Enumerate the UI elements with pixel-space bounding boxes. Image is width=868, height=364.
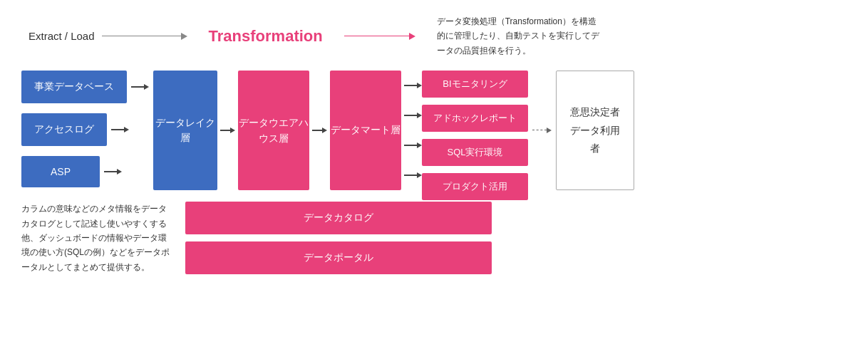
dashed-arrow-head bbox=[547, 128, 552, 133]
output-arrow-line-3 bbox=[404, 145, 417, 146]
output-box-3: SQL実行環境 bbox=[422, 139, 528, 166]
transformation-arrow-head bbox=[409, 33, 415, 40]
source-arrow-head-1 bbox=[144, 84, 149, 90]
output-arrow-head-3 bbox=[417, 142, 422, 148]
transformation-description: データ変換処理（Transformation）を構造的に管理したり、自動テストを… bbox=[437, 14, 601, 58]
source-arrow-line-1 bbox=[131, 86, 144, 88]
dashed-arrow bbox=[532, 128, 552, 133]
extract-arrow-line bbox=[102, 36, 181, 37]
output-arrow-4 bbox=[404, 172, 422, 178]
source-row-1: 事業データベース bbox=[21, 71, 153, 103]
output-arrow-head-4 bbox=[417, 172, 422, 178]
output-arrow-1 bbox=[404, 83, 422, 88]
source-arrow-3 bbox=[104, 169, 122, 175]
diagram: Extract / Load Transformation データ変換処理（Tr… bbox=[0, 0, 868, 364]
source-arrow-head-3 bbox=[117, 169, 122, 175]
output-arrow-line-1 bbox=[404, 85, 417, 86]
output-box-1: BIモニタリング bbox=[422, 71, 528, 98]
source-row-2: アクセスログ bbox=[21, 113, 153, 146]
source-arrow-head-2 bbox=[124, 127, 129, 132]
output-arrows-col bbox=[404, 71, 422, 190]
warehouse-to-mart-arrow bbox=[312, 128, 327, 133]
output-arrow-line-2 bbox=[404, 115, 417, 116]
lake-to-warehouse-head bbox=[230, 128, 235, 133]
source-box-2: アクセスログ bbox=[21, 113, 107, 146]
source-arrow-line-2 bbox=[111, 129, 124, 130]
data-warehouse-box: データウエアハウス層 bbox=[238, 71, 309, 190]
main-area: 事業データベース アクセスログ ASP bbox=[21, 71, 847, 190]
transformation-label: Transformation bbox=[209, 27, 323, 46]
data-lake-box: データレイク層 bbox=[153, 71, 217, 190]
bottom-pink-boxes: データカタログ データポータル bbox=[185, 202, 492, 274]
source-row-3: ASP bbox=[21, 156, 153, 187]
source-arrow-2 bbox=[111, 127, 129, 132]
warehouse-to-mart-line bbox=[312, 130, 322, 131]
bottom-left-text: カラムの意味などのメタ情報をデータカタログとして記述し使いやすくする他、ダッシュ… bbox=[21, 202, 175, 274]
source-arrow-line-3 bbox=[104, 171, 117, 172]
transformation-arrow-line bbox=[344, 36, 409, 37]
lake-to-warehouse-arrow bbox=[220, 128, 235, 133]
output-box-2: アドホックレポート bbox=[422, 105, 528, 132]
data-portal-box: データポータル bbox=[185, 241, 492, 274]
transformation-arrow bbox=[344, 33, 415, 40]
dashed-arrow-line bbox=[532, 130, 547, 131]
decision-maker-label: 意思決定者 データ利用者 bbox=[568, 103, 622, 157]
extract-load-label: Extract / Load bbox=[29, 30, 95, 42]
extract-arrow bbox=[102, 33, 187, 40]
extract-arrow-head bbox=[181, 33, 187, 40]
top-labels-row: Extract / Load Transformation データ変換処理（Tr… bbox=[21, 14, 847, 58]
output-arrow-3 bbox=[404, 142, 422, 148]
output-arrow-line-4 bbox=[404, 175, 417, 176]
decision-maker-box: 意思決定者 データ利用者 bbox=[556, 71, 634, 190]
sources-column: 事業データベース アクセスログ ASP bbox=[21, 71, 153, 187]
lake-to-warehouse-line bbox=[220, 130, 230, 131]
source-box-3: ASP bbox=[21, 156, 100, 187]
output-box-4: プロダクト活用 bbox=[422, 173, 528, 200]
output-arrow-head-2 bbox=[417, 113, 422, 118]
output-arrow-2 bbox=[404, 113, 422, 118]
output-arrow-head-1 bbox=[417, 83, 422, 88]
data-mart-box: データマート層 bbox=[330, 71, 401, 190]
bottom-section: カラムの意味などのメタ情報をデータカタログとして記述し使いやすくする他、ダッシュ… bbox=[21, 202, 847, 274]
output-column: BIモニタリング アドホックレポート SQL実行環境 プロダクト活用 bbox=[422, 71, 528, 190]
data-catalog-box: データカタログ bbox=[185, 202, 492, 234]
source-arrow-1 bbox=[131, 84, 149, 90]
source-box-1: 事業データベース bbox=[21, 71, 127, 103]
mart-outputs-section: BIモニタリング アドホックレポート SQL実行環境 プロダクト活用 bbox=[401, 71, 528, 190]
warehouse-to-mart-head bbox=[322, 128, 327, 133]
